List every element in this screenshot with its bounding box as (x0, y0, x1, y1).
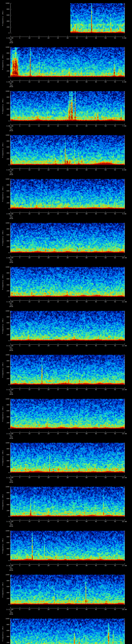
x-tick-label: 10 (27, 433, 32, 434)
y-tick-label: 0 (3, 32, 10, 34)
y-major-tick (124, 472, 125, 473)
y-minor-tick (10, 138, 11, 138)
x-tick-label: 15 (36, 169, 42, 171)
y-major-tick (10, 323, 12, 323)
y-minor-tick (10, 412, 11, 412)
y-tick-label: 800 (3, 228, 10, 230)
x-tick (20, 387, 20, 388)
x-tick-label: 30 (65, 37, 70, 39)
x-tick-label: 30 (65, 433, 70, 434)
y-minor-tick (124, 198, 125, 198)
y-major-tick (10, 472, 12, 473)
end-time-label: 10:00 (120, 257, 128, 258)
y-major-tick (124, 135, 125, 135)
y-major-tick (124, 115, 125, 115)
x-tick (20, 300, 20, 300)
y-minor-tick (124, 150, 125, 150)
end-time-label: 15:00 (120, 477, 128, 478)
x-tick-label: 15 (36, 37, 42, 39)
y-minor-tick (124, 138, 125, 138)
y-minor-tick (124, 146, 125, 146)
spectrogram-canvas (10, 47, 125, 77)
x-tick-label: 10 (27, 609, 32, 610)
x-tick-label: 15 (36, 345, 42, 346)
y-minor-tick (10, 184, 11, 184)
y-tick-label: 600 (3, 146, 10, 148)
start-time-label: 3:16:00 (6, 565, 13, 566)
y-major-tick (124, 636, 125, 637)
y-minor-tick (10, 503, 11, 503)
y-major-tick (10, 27, 12, 27)
date-year-label: 2016 (9, 438, 13, 439)
x-tick-label: 5 (17, 609, 22, 610)
y-minor-tick (10, 584, 11, 584)
x-tick (115, 344, 115, 344)
date-day-label: 14 (10, 303, 12, 304)
x-tick-label: 15 (36, 257, 42, 258)
y-minor-tick (124, 112, 125, 112)
y-minor-tick (10, 634, 11, 634)
x-tick (96, 344, 96, 344)
x-tick (106, 607, 106, 608)
x-tick-label: 35 (74, 389, 80, 390)
y-tick-label: 1000 (3, 354, 10, 356)
y-tick-label: 800 (3, 404, 10, 406)
x-tick-label: 45 (94, 125, 98, 127)
y-minor-tick (124, 415, 125, 416)
x-tick (115, 256, 115, 256)
y-major-tick (124, 65, 125, 65)
end-time-label: 8:00 (120, 169, 128, 171)
x-tick (96, 475, 96, 476)
y-tick-label: 200 (3, 114, 10, 116)
y-minor-tick (124, 634, 125, 634)
end-time-label: 11:00 (120, 301, 128, 302)
y-minor-tick (10, 447, 11, 448)
x-tick-label: 40 (84, 433, 89, 434)
y-minor-tick (10, 365, 11, 366)
x-tick-label: 40 (84, 257, 89, 258)
spectrogram-panel-15: Frequency (Hz) 3:18:00 14 Jan 2016 19:00… (0, 616, 132, 644)
y-minor-tick (124, 232, 125, 232)
date-day-label: 14 (10, 259, 12, 260)
y-minor-tick (10, 12, 11, 12)
y-axis-title: Frequency (Hz) (2, 450, 4, 466)
y-minor-tick (124, 359, 125, 360)
y-major-tick (124, 329, 125, 329)
y-major-tick (124, 405, 125, 405)
x-tick-label: 45 (94, 37, 98, 39)
start-time-label: 3:12:00 (6, 389, 13, 390)
y-minor-tick (124, 283, 125, 284)
x-tick (68, 607, 68, 608)
x-tick (20, 168, 20, 168)
x-tick-label: 55 (112, 81, 118, 83)
x-tick (58, 607, 58, 608)
end-time-label: 7:00 (120, 125, 128, 127)
y-minor-tick (124, 62, 125, 62)
x-tick (10, 256, 10, 256)
x-tick (20, 212, 20, 212)
x-tick-label: 10 (27, 565, 32, 566)
y-major-tick (10, 135, 12, 135)
x-tick-label: 50 (103, 257, 108, 258)
y-minor-tick (124, 427, 125, 427)
y-tick-label: 600 (3, 58, 10, 60)
end-time-label: 6:00 (120, 81, 128, 83)
x-tick (96, 36, 96, 37)
y-minor-tick (124, 453, 125, 454)
spectrogram-panel-9: Frequency (Hz) 3:12:00 14 Jan 2016 13:00… (0, 352, 132, 396)
y-major-tick (10, 165, 12, 165)
y-tick-label: 1000 (3, 222, 10, 224)
spectrogram-panel-8: Frequency (Hz) 3:11:00 14 Jan 2016 12:00… (0, 308, 132, 352)
y-minor-tick (124, 532, 125, 532)
y-minor-tick (124, 470, 125, 470)
x-tick-label: 20 (46, 169, 51, 171)
x-tick-label: 20 (46, 81, 51, 83)
x-tick-label: 20 (46, 257, 51, 258)
y-minor-tick (10, 160, 11, 160)
y-major-tick (124, 384, 125, 385)
y-tick-label: 400 (3, 636, 10, 637)
y-major-tick (124, 335, 125, 335)
x-tick-label: 55 (112, 477, 118, 478)
x-tick (96, 387, 96, 388)
y-minor-tick (124, 576, 125, 576)
